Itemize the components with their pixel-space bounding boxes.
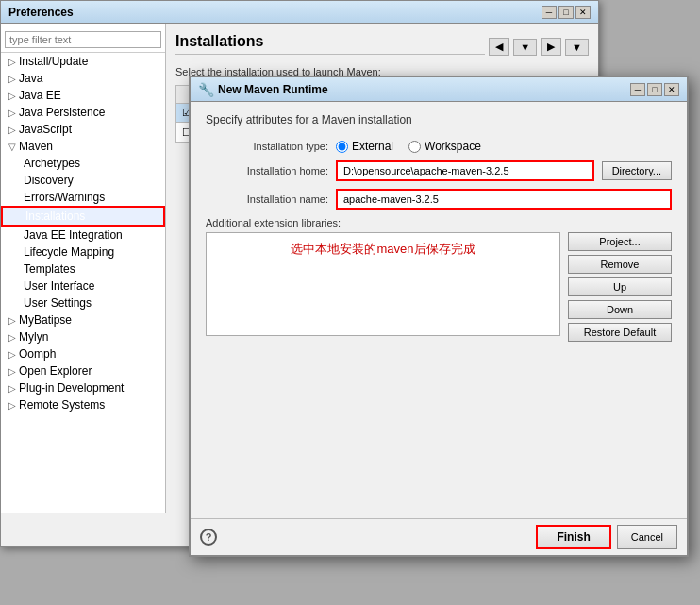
radio-external-input[interactable]: [336, 141, 348, 153]
sidebar-item-archetypes[interactable]: Archetypes: [1, 155, 165, 172]
sidebar-item-label: Discovery: [24, 174, 74, 187]
forward-button[interactable]: ▶: [541, 38, 561, 56]
expand-icon: ▷: [8, 400, 16, 411]
directory-button[interactable]: Directory...: [602, 161, 672, 180]
sidebar-item-label: Mylyn: [19, 330, 48, 344]
sidebar-item-label: JavaScript: [19, 123, 72, 136]
help-button[interactable]: ?: [200, 529, 217, 546]
sidebar-item-discovery[interactable]: Discovery: [1, 172, 165, 189]
sidebar-item-label: Java EE: [19, 89, 61, 102]
install-name-input[interactable]: [336, 189, 672, 210]
sidebar-item-label: Archetypes: [24, 157, 80, 170]
install-name-label: Installation name:: [206, 193, 328, 205]
sidebar-item-lifecycle-mapping[interactable]: Lifecycle Mapping: [1, 244, 165, 260]
sidebar-item-install-update[interactable]: ▷ Install/Update: [1, 53, 165, 70]
dialog-close-button[interactable]: ✕: [664, 83, 679, 96]
finish-button[interactable]: Finish: [536, 525, 610, 549]
preferences-title: Preferences: [8, 6, 74, 19]
sidebar-item-label: User Settings: [24, 296, 92, 310]
install-home-input[interactable]: [336, 160, 594, 181]
down-button[interactable]: Down: [568, 300, 672, 319]
expand-icon: ▷: [8, 366, 16, 377]
up-button[interactable]: Up: [568, 277, 672, 296]
sidebar-item-java-ee[interactable]: ▷ Java EE: [1, 87, 165, 104]
filter-input[interactable]: [5, 31, 161, 48]
install-name-row: Installation name:: [206, 189, 672, 210]
install-home-label: Installation home:: [206, 165, 328, 176]
dialog-controls: ─ □ ✕: [630, 83, 679, 96]
dialog-desc: Specify attributes for a Maven installat…: [206, 113, 672, 126]
radio-workspace[interactable]: Workspace: [408, 140, 481, 153]
chinese-note: 选中本地安装的maven后保存完成: [207, 233, 559, 265]
expand-icon: ▽: [8, 142, 16, 152]
expand-icon: ▷: [8, 91, 16, 101]
close-button[interactable]: ✕: [575, 6, 591, 19]
dropdown2-button[interactable]: ▼: [565, 39, 589, 56]
sidebar: ▷ Install/Update ▷ Java ▷ Java EE ▷ Java…: [1, 24, 166, 513]
back-button[interactable]: ◀: [489, 38, 509, 56]
window-controls: ─ □ ✕: [542, 6, 591, 19]
ext-area-container: 选中本地安装的maven后保存完成: [206, 232, 560, 344]
expand-icon: ▷: [8, 315, 16, 326]
sidebar-item-javascript[interactable]: ▷ JavaScript: [1, 121, 165, 138]
sidebar-item-label: Java EE Integration: [24, 228, 123, 242]
expand-icon: ▷: [8, 383, 16, 394]
cancel-button[interactable]: Cancel: [617, 525, 677, 549]
sidebar-item-label: Install/Update: [19, 55, 88, 68]
sidebar-item-errors-warnings[interactable]: Errors/Warnings: [1, 189, 165, 206]
sidebar-item-java-persistence[interactable]: ▷ Java Persistence: [1, 104, 165, 121]
install-type-row: Installation type: External Workspace: [206, 140, 672, 153]
radio-external[interactable]: External: [336, 140, 393, 153]
sidebar-item-label: Installations: [25, 210, 85, 223]
sidebar-item-templates[interactable]: Templates: [1, 260, 165, 277]
sidebar-item-open-explorer[interactable]: ▷ Open Explorer: [1, 362, 165, 379]
ext-area[interactable]: 选中本地安装的maven后保存完成: [206, 232, 560, 336]
expand-icon: ▷: [8, 125, 16, 135]
maximize-button[interactable]: □: [558, 6, 574, 19]
maven-icon: 🔧: [198, 82, 214, 97]
sidebar-item-java-ee-integration[interactable]: Java EE Integration: [1, 227, 165, 244]
ext-buttons: Project... Remove Up Down Restore Defaul…: [568, 232, 672, 342]
expand-icon: ▷: [8, 74, 16, 84]
new-maven-runtime-dialog: 🔧 New Maven Runtime ─ □ ✕ Specify attrib…: [189, 76, 689, 557]
sidebar-item-java[interactable]: ▷ Java: [1, 70, 165, 87]
panel-title: Installations: [175, 33, 485, 55]
install-type-label: Installation type:: [206, 141, 328, 152]
expand-icon: ▷: [8, 349, 16, 360]
expand-icon: ▷: [8, 108, 16, 118]
dialog-minimize-button[interactable]: ─: [630, 83, 645, 96]
sidebar-item-label: Lifecycle Mapping: [24, 245, 114, 259]
sidebar-item-label: Plug-in Development: [19, 381, 124, 395]
sidebar-item-user-settings[interactable]: User Settings: [1, 294, 165, 311]
ext-remove-button[interactable]: Remove: [568, 255, 672, 274]
sidebar-item-oomph[interactable]: ▷ Oomph: [1, 345, 165, 362]
dialog-body: Specify attributes for a Maven installat…: [191, 102, 687, 355]
sidebar-item-mylyn[interactable]: ▷ Mylyn: [1, 328, 165, 345]
sidebar-item-label: Open Explorer: [19, 364, 92, 378]
dropdown-button[interactable]: ▼: [513, 39, 537, 56]
filter-box: [1, 27, 165, 53]
install-home-row: Installation home: Directory...: [206, 160, 672, 181]
dialog-maximize-button[interactable]: □: [647, 83, 662, 96]
sidebar-item-user-interface[interactable]: User Interface: [1, 277, 165, 294]
sidebar-item-label: User Interface: [24, 279, 94, 293]
radio-workspace-input[interactable]: [408, 141, 421, 153]
sidebar-item-remote-systems[interactable]: ▷ Remote Systems: [1, 396, 165, 413]
sidebar-item-maven[interactable]: ▽ Maven: [1, 138, 165, 155]
sidebar-item-label: Maven: [19, 140, 53, 153]
radio-group: External Workspace: [336, 140, 481, 153]
minimize-button[interactable]: ─: [542, 6, 557, 19]
dialog-title: 🔧 New Maven Runtime: [198, 82, 328, 97]
sidebar-item-mybatipse[interactable]: ▷ MyBatipse: [1, 311, 165, 328]
dialog-bottom: ? Finish Cancel: [191, 518, 687, 555]
ext-lib-label: Additional extension libraries:: [206, 217, 672, 228]
sidebar-item-installations[interactable]: Installations: [1, 206, 165, 227]
sidebar-item-label: Java: [19, 72, 42, 85]
restore-default-button[interactable]: Restore Default: [568, 323, 672, 342]
preferences-titlebar: Preferences ─ □ ✕: [1, 1, 598, 24]
sidebar-item-plugin-development[interactable]: ▷ Plug-in Development: [1, 379, 165, 396]
project-button[interactable]: Project...: [568, 232, 672, 251]
sidebar-item-label: Errors/Warnings: [24, 191, 105, 204]
sidebar-item-label: Java Persistence: [19, 106, 105, 119]
sidebar-item-label: MyBatipse: [19, 313, 72, 327]
